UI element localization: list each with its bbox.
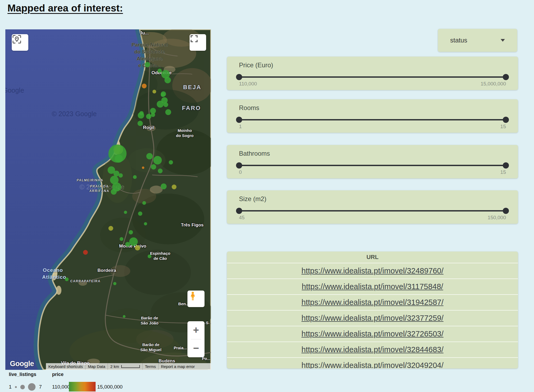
listing-marker[interactable]	[138, 121, 143, 126]
listing-marker[interactable]	[165, 109, 171, 115]
listing-marker[interactable]	[113, 282, 116, 285]
satellite-imagery	[5, 29, 211, 370]
google-logo[interactable]: Google	[10, 360, 34, 368]
slider-track-size-m2[interactable]	[239, 210, 506, 211]
listing-marker[interactable]	[146, 114, 151, 119]
map-place-label: FARO	[182, 105, 201, 112]
scale-bar	[121, 365, 140, 368]
slider-handle-min-price-euro[interactable]	[236, 74, 242, 80]
pegman-button[interactable]	[187, 291, 205, 307]
slider-min-value-price-euro: 110,000	[239, 81, 257, 87]
listing-marker[interactable]	[138, 112, 144, 119]
listing-url-link[interactable]: https://www.idealista.pt/imovel/32844683…	[301, 345, 443, 354]
listing-url-link[interactable]: https://www.idealista.pt/imovel/31942587…	[301, 298, 443, 307]
listing-marker[interactable]	[129, 237, 138, 246]
listing-marker[interactable]	[111, 189, 117, 195]
zoom-in-button[interactable]: +	[187, 321, 205, 339]
slider-min-value-rooms: 1	[239, 124, 242, 130]
listing-url-link[interactable]: https://www.idealista.pt/imovel/31175848…	[302, 282, 443, 291]
slider-track-price-euro[interactable]	[239, 76, 506, 78]
listing-marker[interactable]	[125, 242, 130, 247]
slider-handle-max-size-m2[interactable]	[503, 208, 509, 214]
map-place-label: do Sudoeste	[134, 49, 165, 55]
listing-marker[interactable]	[161, 183, 167, 189]
price-legend-title: price	[52, 372, 64, 377]
listing-url-link[interactable]: https://www.idealista.pt/imovel/32377259…	[301, 314, 443, 323]
listing-marker[interactable]	[108, 226, 113, 231]
listing-marker[interactable]	[158, 69, 162, 73]
filter-card-bathrooms: Bathrooms015	[227, 145, 518, 178]
listing-marker[interactable]	[150, 108, 156, 114]
slider-track-bathrooms[interactable]	[239, 165, 506, 166]
keyboard-shortcuts-link[interactable]: Keyboard shortcuts	[46, 363, 85, 370]
listing-marker[interactable]	[146, 153, 153, 159]
listing-marker[interactable]	[152, 90, 156, 93]
map-place-label: Bordeira	[97, 268, 116, 273]
listing-url-link[interactable]: https://www.idealista.pt/imovel/32049204…	[301, 361, 443, 369]
slider-handle-min-bathrooms[interactable]	[236, 162, 242, 168]
attribution-text: Report a map error	[161, 364, 195, 369]
listing-url-link[interactable]: https://www.idealista.pt/imovel/32726503…	[301, 330, 443, 338]
status-dropdown[interactable]: status	[438, 29, 517, 52]
listing-marker[interactable]	[145, 62, 150, 67]
zoom-out-button[interactable]: −	[187, 339, 205, 357]
listing-marker[interactable]	[157, 101, 164, 108]
listing-marker[interactable]	[142, 167, 144, 169]
report-map-error-link[interactable]: Report a map error	[158, 363, 211, 370]
listing-marker[interactable]	[138, 211, 142, 216]
attribution-text: Map Data	[88, 364, 105, 369]
listing-marker[interactable]	[142, 84, 147, 88]
listing-marker[interactable]	[123, 315, 125, 318]
locate-listings-button[interactable]	[12, 34, 28, 51]
slider-handle-max-price-euro[interactable]	[503, 74, 509, 80]
slider-max-value-price-euro: 15,000,000	[481, 81, 506, 87]
slider-handle-min-rooms[interactable]	[236, 117, 242, 123]
map-place-label: CARRAPATEIRA	[70, 279, 100, 283]
listing-marker[interactable]	[115, 155, 123, 163]
table-row: https://www.idealista.pt/imovel/32377259…	[227, 310, 518, 326]
slider-label-size-m2: Size (m2)	[239, 195, 266, 203]
listing-marker[interactable]	[163, 102, 168, 107]
map-data-link[interactable]: Map Data	[85, 363, 108, 370]
listing-marker[interactable]	[120, 237, 123, 241]
terms-link[interactable]: Terms	[142, 363, 158, 370]
map-place-label: Oceano	[43, 267, 63, 273]
listing-marker[interactable]	[153, 156, 162, 164]
slider-min-value-size-m2: 45	[239, 215, 245, 221]
slider-handle-max-bathrooms[interactable]	[503, 162, 509, 168]
listing-marker[interactable]	[148, 254, 151, 258]
map-place-label: Alentejano	[136, 56, 162, 62]
listing-marker[interactable]	[135, 245, 140, 250]
slider-track-rooms[interactable]	[239, 119, 506, 120]
listing-marker[interactable]	[161, 93, 165, 97]
fullscreen-button[interactable]	[190, 34, 206, 51]
map-place-label: Atlântico	[42, 274, 66, 280]
listing-marker[interactable]	[83, 250, 88, 255]
slider-handle-min-size-m2[interactable]	[236, 208, 242, 214]
slider-handle-max-rooms[interactable]	[503, 117, 509, 123]
listing-marker[interactable]	[129, 230, 133, 234]
filter-card-size-m2: Size (m2)45150,000	[227, 190, 518, 224]
listing-marker[interactable]	[133, 175, 137, 179]
listing-marker[interactable]	[169, 160, 173, 164]
map-attribution-bar: Keyboard shortcutsMap Data2 kmTermsRepor…	[46, 363, 211, 370]
scale-indicator: 2 km	[108, 363, 142, 370]
listing-marker[interactable]	[144, 222, 147, 225]
listing-marker[interactable]	[172, 185, 176, 189]
listing-marker[interactable]	[142, 201, 146, 205]
map-place-label: Budens	[159, 358, 175, 364]
listing-marker[interactable]	[158, 168, 163, 173]
price-legend-min: 110,000	[52, 384, 70, 390]
listing-marker[interactable]	[164, 77, 171, 83]
map-canvas[interactable]: Ju...Parque Naturaldo SudoesteAlentejano…	[5, 29, 211, 370]
map-copyright-watermark: © 2023 Google	[52, 110, 97, 118]
map-place-label: Praia...	[174, 346, 187, 350]
listing-marker[interactable]	[65, 277, 69, 281]
listing-marker[interactable]	[124, 211, 127, 214]
listing-marker[interactable]	[151, 164, 156, 170]
map-place-label: São Miguel	[140, 347, 161, 352]
filter-card-price-euro: Price (Euro)110,00015,000,000	[227, 57, 518, 90]
map-place-label: PALMEIRINHA	[77, 178, 103, 182]
listing-url-link[interactable]: https://www.idealista.pt/imovel/32489760…	[301, 266, 443, 275]
size-legend-dot-medium	[20, 385, 25, 389]
